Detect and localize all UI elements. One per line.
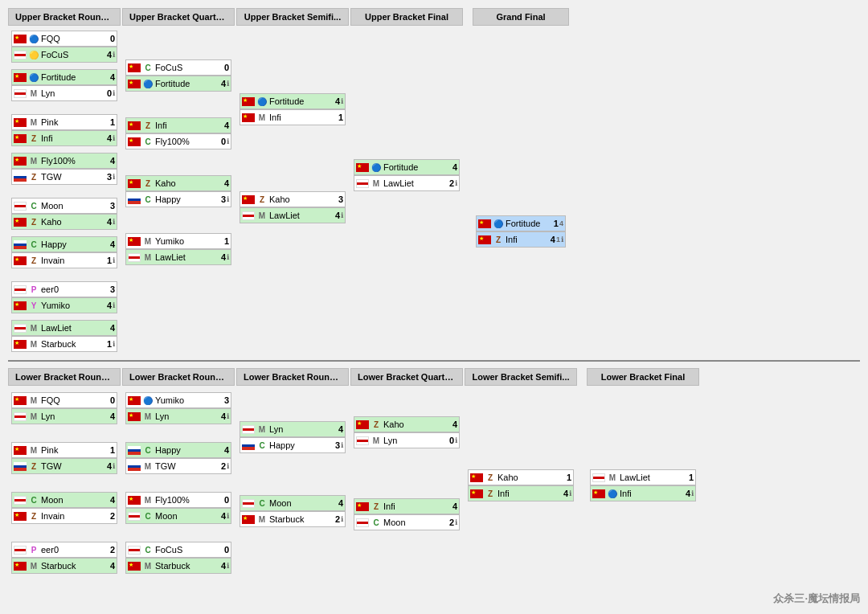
player-row: M Lyn 0 ℹ	[11, 85, 117, 101]
race-icon: M	[256, 424, 268, 435]
flag-ru	[128, 195, 141, 204]
lbr2-header: Lower Bracket Round 2	[122, 368, 235, 386]
info-icon[interactable]: ℹ	[113, 89, 115, 97]
race-icon: M	[142, 494, 154, 506]
race-icon: M	[28, 338, 39, 350]
player-name: Invain	[41, 511, 104, 521]
info-icon[interactable]: ℹ	[227, 137, 229, 145]
gf-header: Grand Final	[473, 8, 569, 26]
info-icon[interactable]: ℹ	[113, 51, 115, 59]
player-row: P eer0 3	[11, 281, 117, 297]
race-icon: Z	[256, 194, 268, 205]
score: 4	[330, 211, 340, 220]
info-icon[interactable]: ℹ	[561, 235, 563, 244]
race-icon: M	[142, 460, 154, 472]
race-icon: M	[371, 435, 382, 446]
score: 3	[216, 194, 226, 204]
race-icon: C	[28, 200, 39, 211]
info-icon[interactable]: ℹ	[455, 518, 457, 526]
flag-kr	[14, 51, 27, 59]
info-icon[interactable]: ℹ	[341, 515, 343, 523]
player-row: C Moon 2 ℹ	[354, 514, 460, 530]
info-icon[interactable]: ℹ	[113, 173, 115, 181]
player-row-winner: M Fly100% 4	[11, 153, 117, 169]
info-icon[interactable]: ℹ	[227, 562, 229, 570]
score: 3	[105, 201, 115, 211]
info-icon[interactable]: ℹ	[227, 253, 229, 261]
race-icon: Z	[485, 488, 496, 499]
info-icon[interactable]: ℹ	[691, 489, 694, 497]
player-name: Fortitude	[506, 219, 547, 228]
race-icon: M	[28, 444, 39, 456]
info-icon[interactable]: ℹ	[227, 512, 229, 520]
info-icon[interactable]: ℹ	[227, 412, 229, 420]
race-icon: 🔵	[371, 162, 382, 173]
player-row: M Starbuck 1 ℹ	[11, 336, 117, 352]
race-icon: M	[371, 178, 382, 189]
player-row-winner: M LawLiet 4	[11, 320, 117, 336]
score: 0	[105, 34, 115, 43]
race-icon: C	[142, 444, 154, 456]
info-icon[interactable]: ℹ	[341, 441, 343, 449]
player-row-winner: C Moon 4	[240, 495, 346, 511]
match-ubr1-5: C Moon 3 Z Kaho 4 ℹ	[11, 198, 117, 230]
player-row-winner: 🔵 Infi 4 ℹ	[590, 485, 696, 501]
match-lbr3-1: M Lyn 4 C Happy 3 ℹ	[240, 421, 346, 453]
player-row: M Yumiko 1	[125, 233, 231, 249]
player-row: M Infi 1	[240, 109, 346, 125]
info-icon[interactable]: ℹ	[227, 195, 229, 203]
info-icon[interactable]: ℹ	[341, 211, 343, 219]
info-icon[interactable]: ℹ	[227, 80, 229, 88]
player-name: Kaho	[383, 420, 446, 429]
flag-cn	[14, 340, 27, 349]
race-icon: M	[28, 395, 39, 406]
flag-cn	[356, 420, 369, 429]
flag-kr	[14, 89, 27, 98]
info-icon[interactable]: ℹ	[227, 462, 229, 470]
match-lbr2-1: 🔵 Yumiko 3 M Lyn 4 ℹ	[125, 392, 231, 424]
info-icon[interactable]: ℹ	[113, 301, 115, 309]
match-gf-1: 🔵 Fortitude 1 4 Z Infi 4 1 ℹ	[476, 215, 566, 248]
player-name: FQQ	[41, 395, 104, 405]
info-icon[interactable]: ℹ	[113, 218, 115, 226]
flag-kr	[592, 473, 605, 482]
player-row-winner: 🟡 FoCuS 4 ℹ	[11, 47, 117, 63]
info-icon[interactable]: ℹ	[113, 340, 115, 348]
player-name: Lyn	[155, 411, 215, 421]
match-ubr1-6: C Happy 4 Z Invain 1 ℹ	[11, 236, 117, 268]
player-name: Moon	[41, 495, 104, 505]
info-icon[interactable]: ℹ	[113, 462, 115, 470]
match-lbs-1: Z Kaho 1 Z Infi 4 ℹ	[468, 469, 574, 501]
player-name: Kaho	[155, 178, 218, 188]
info-icon[interactable]: ℹ	[113, 256, 115, 264]
lbr1-header: Lower Bracket Round 1	[8, 368, 121, 386]
race-icon: M	[28, 88, 39, 99]
score: 4	[330, 96, 340, 106]
score: 4	[102, 133, 112, 143]
player-name: Fortitude	[155, 79, 215, 88]
player-row-winner: M LawLiet 4 ℹ	[125, 249, 231, 265]
player-name: Lyn	[41, 88, 100, 98]
info-icon[interactable]: ℹ	[113, 134, 115, 142]
score: 0	[219, 495, 229, 505]
info-icon[interactable]: ℹ	[455, 179, 457, 187]
flag-cn	[128, 496, 141, 505]
player-row: M LawLiet 1	[590, 469, 696, 485]
race-icon: Z	[28, 460, 39, 472]
flag-cn	[128, 137, 141, 146]
player-name: Fly100%	[155, 495, 218, 505]
player-row: M TGW 2 ℹ	[125, 458, 231, 474]
score: 4	[102, 217, 112, 227]
player-name: Fly100%	[155, 137, 215, 146]
race-icon: Z	[493, 234, 504, 245]
score: 4	[102, 301, 112, 310]
flag-kr	[242, 499, 255, 508]
player-name: Yumiko	[155, 395, 218, 405]
player-row: C Happy 3 ℹ	[125, 191, 231, 207]
info-icon[interactable]: ℹ	[341, 97, 343, 105]
flag-cn	[128, 237, 141, 246]
info-icon[interactable]: ℹ	[455, 436, 457, 444]
info-icon[interactable]: ℹ	[569, 489, 571, 497]
race-icon: C	[142, 510, 154, 522]
column-lbr3: Lower Bracket Round 3 M Lyn 4 C Happy 3 …	[236, 368, 349, 575]
